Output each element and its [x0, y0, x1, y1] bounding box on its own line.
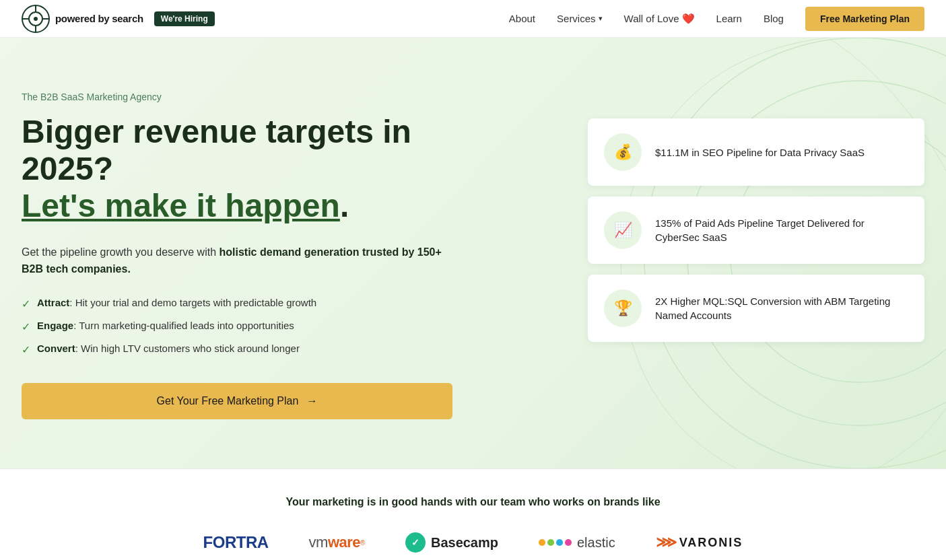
hero-headline-text1: Bigger revenue targets in 2025?	[22, 114, 411, 186]
navbar-left: powered by search We're Hiring	[22, 5, 215, 33]
hero-headline: Bigger revenue targets in 2025? Let's ma…	[22, 113, 466, 225]
varonis-text: VARONIS	[679, 536, 743, 550]
check2-rest: : Turn marketing-qualified leads into op…	[73, 320, 294, 331]
basecamp-text: Basecamp	[431, 535, 498, 551]
nav-blog[interactable]: Blog	[764, 13, 784, 24]
check3-bold: Convert	[37, 343, 75, 354]
basecamp-logo: ✓ Basecamp	[405, 532, 498, 553]
hero-tagline: The B2B SaaS Marketing Agency	[22, 92, 466, 102]
svg-point-2	[34, 17, 38, 21]
hero-cta-button[interactable]: Get Your Free Marketing Plan →	[22, 383, 452, 419]
elastic-logo: elastic	[539, 535, 615, 551]
logo-text: powered by search	[55, 13, 143, 24]
hero-headline-link[interactable]: Let's make it happen	[22, 188, 340, 223]
services-chevron-icon: ▾	[599, 14, 603, 23]
hero-desc: Get the pipeline growth you deserve with…	[22, 244, 466, 278]
nav-services[interactable]: Services ▾	[557, 13, 603, 24]
check2-bold: Engage	[37, 320, 73, 331]
hero-check-engage: ✓ Engage: Turn marketing-qualified leads…	[22, 320, 466, 333]
result-card-3: 🏆 2X Higher MQL:SQL Conversion with ABM …	[588, 275, 924, 342]
hero-desc-text: Get the pipeline growth you deserve with	[22, 246, 219, 258]
hero-result-cards: 💰 $11.1M in SEO Pipeline for Data Privac…	[588, 118, 924, 342]
hero-cta-label: Get Your Free Marketing Plan	[157, 395, 299, 407]
basecamp-icon: ✓	[405, 532, 426, 553]
card-icon-1: 💰	[604, 133, 642, 171]
varonis-icon: ⋙	[656, 534, 677, 551]
brands-headline: Your marketing is in good hands with our…	[22, 496, 924, 508]
check1-rest: : Hit your trial and demo targets with p…	[69, 297, 316, 308]
elastic-text: elastic	[577, 535, 615, 551]
heart-icon: ❤️	[682, 13, 695, 25]
dot-pink	[565, 539, 572, 546]
hiring-badge[interactable]: We're Hiring	[154, 11, 215, 26]
card-icon-3: 🏆	[604, 289, 642, 327]
hero-section: The B2B SaaS Marketing Agency Bigger rev…	[0, 38, 946, 468]
hero-check-convert: ✓ Convert: Win high LTV customers who st…	[22, 343, 466, 356]
result-card-1: 💰 $11.1M in SEO Pipeline for Data Privac…	[588, 118, 924, 186]
check-mark-3: ✓	[22, 343, 30, 356]
card-icon-2: 📈	[604, 211, 642, 249]
dot-orange	[539, 539, 545, 546]
vmware-logo: vmware®	[309, 534, 365, 551]
card-text-2: 135% of Paid Ads Pipeline Target Deliver…	[655, 216, 908, 244]
navbar: powered by search We're Hiring About Ser…	[0, 0, 946, 38]
hero-cta-arrow: →	[306, 395, 317, 407]
dot-green	[547, 539, 554, 546]
nav-about[interactable]: About	[509, 13, 535, 24]
nav-learn[interactable]: Learn	[716, 13, 742, 24]
logo-icon	[22, 5, 50, 33]
fortra-logo: FORTRA	[203, 533, 269, 552]
logo-wrap: powered by search	[22, 5, 143, 33]
varonis-logo: ⋙ VARONIS	[656, 534, 743, 551]
elastic-dots	[539, 539, 572, 546]
hero-left: The B2B SaaS Marketing Agency Bigger rev…	[22, 92, 466, 419]
check-mark-1: ✓	[22, 298, 30, 310]
card-text-1: $11.1M in SEO Pipeline for Data Privacy …	[655, 145, 865, 160]
navbar-nav: About Services ▾ Wall of Love ❤️ Learn B…	[509, 7, 924, 31]
brands-section: Your marketing is in good hands with our…	[0, 468, 946, 560]
check-mark-2: ✓	[22, 320, 30, 333]
check3-rest: : Win high LTV customers who stick aroun…	[75, 343, 300, 354]
brands-row: FORTRA vmware® ✓ Basecamp elastic ⋙ VARO…	[22, 532, 924, 553]
card-text-3: 2X Higher MQL:SQL Conversion with ABM Ta…	[655, 294, 908, 322]
hero-checks: ✓ Attract: Hit your trial and demo targe…	[22, 297, 466, 356]
nav-wall-of-love[interactable]: Wall of Love ❤️	[624, 13, 695, 25]
check1-bold: Attract	[37, 297, 69, 308]
dot-blue	[556, 539, 563, 546]
hero-check-attract: ✓ Attract: Hit your trial and demo targe…	[22, 297, 466, 310]
result-card-2: 📈 135% of Paid Ads Pipeline Target Deliv…	[588, 197, 924, 264]
nav-cta-button[interactable]: Free Marketing Plan	[805, 7, 924, 31]
